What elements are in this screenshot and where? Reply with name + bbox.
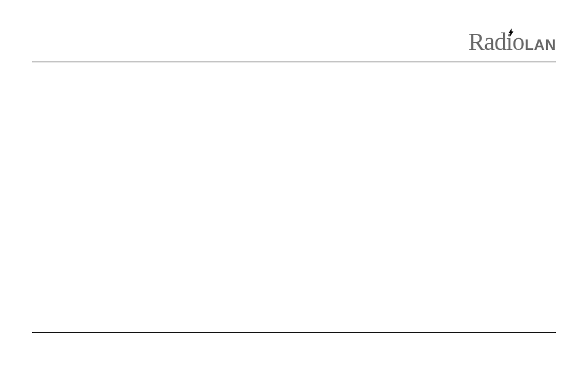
- document-page: Radio LAN: [0, 0, 588, 381]
- brand-logo: Radio LAN: [468, 30, 556, 54]
- svg-marker-0: [508, 28, 513, 37]
- page-content-area: [32, 62, 556, 332]
- lightning-bolt-icon: [507, 28, 515, 37]
- logo-text-radio: Radio: [468, 30, 525, 54]
- logo-text-lan: LAN: [525, 38, 556, 52]
- page-header: Radio LAN: [32, 30, 556, 62]
- footer-divider: [32, 332, 556, 333]
